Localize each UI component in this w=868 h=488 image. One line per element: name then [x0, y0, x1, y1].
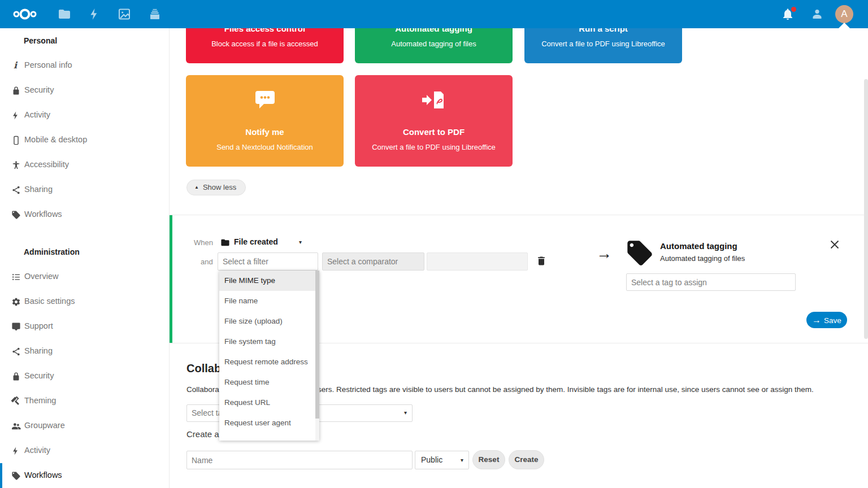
deck-icon[interactable]: [148, 7, 162, 21]
info-icon: i: [11, 61, 21, 71]
sidebar-item-workflows[interactable]: Workflows: [0, 202, 169, 227]
sidebar-item-label: Activity: [24, 110, 50, 119]
share-icon: [11, 347, 21, 356]
nextcloud-logo-icon[interactable]: [12, 7, 37, 21]
sidebar-item-support[interactable]: Support: [0, 314, 169, 339]
card-subtitle: Convert a file to PDF using Libreoffice: [355, 143, 513, 151]
sidebar-item-label: Accessibility: [24, 160, 69, 169]
photos-icon[interactable]: [118, 7, 131, 21]
when-label: When: [194, 238, 213, 247]
visibility-value: Public: [421, 455, 442, 464]
filter-option[interactable]: File name: [219, 291, 319, 311]
sidebar-item-mobile-desktop[interactable]: Mobile & desktop: [0, 128, 169, 152]
sidebar-item-label: Workflows: [24, 470, 62, 480]
sidebar-item-admin-sharing[interactable]: Sharing: [0, 339, 169, 364]
people-icon: [11, 421, 21, 431]
reset-button[interactable]: Reset: [472, 450, 505, 469]
filter-option[interactable]: File system tag: [219, 332, 319, 352]
dropdown-scrollbar[interactable]: [315, 271, 319, 441]
folder-icon: [220, 238, 230, 247]
avatar[interactable]: A: [835, 5, 853, 23]
sidebar-item-label: Overview: [24, 272, 58, 281]
lock-icon: [11, 372, 21, 381]
tag-icon: [11, 471, 21, 481]
sidebar-item-theming[interactable]: Theming: [0, 389, 169, 413]
page-scrollbar-thumb[interactable]: [864, 79, 868, 339]
activity-icon[interactable]: [88, 7, 102, 21]
sidebar-item-activity[interactable]: Activity: [0, 103, 169, 128]
card-title: Notify me: [186, 127, 344, 137]
notification-dot: [791, 7, 796, 12]
tag-assign-input[interactable]: [626, 273, 796, 291]
workflow-card-notify-me[interactable]: Notify me Send a Nextcloud Notification: [186, 75, 344, 167]
filter-option[interactable]: Request user agent: [219, 413, 319, 433]
filter-dropdown-menu: File MIME type File name File size (uplo…: [219, 271, 319, 441]
sidebar-item-label: Support: [24, 321, 53, 330]
settings-sidebar: Personal i Personal info Security Activi…: [0, 28, 170, 488]
sidebar-item-label: Sharing: [24, 185, 53, 194]
comparator-input[interactable]: [322, 252, 424, 271]
lightning-icon: [11, 111, 21, 120]
notify-chat-icon: [186, 89, 344, 118]
sidebar-item-admin-security[interactable]: Security: [0, 364, 169, 389]
list-icon: [11, 272, 21, 282]
chat-icon: [11, 322, 21, 332]
sidebar-item-admin-workflows[interactable]: Workflows: [0, 463, 169, 488]
tag-name-input[interactable]: [186, 451, 413, 469]
filter-option[interactable]: Request remote address: [219, 352, 319, 372]
sidebar-item-label: Groupware: [24, 421, 65, 430]
accessibility-icon: [11, 160, 21, 170]
card-subtitle: Automated tagging of files: [355, 40, 513, 48]
filter-option[interactable]: File size (upload): [219, 311, 319, 332]
pdf-convert-icon: [355, 89, 513, 118]
save-button[interactable]: →Save: [806, 312, 847, 328]
show-less-button[interactable]: ▲Show less: [186, 180, 246, 195]
main-content: Files access control Block access if a f…: [170, 28, 868, 488]
sidebar-item-groupware[interactable]: Groupware: [0, 413, 169, 438]
sidebar-item-label: Mobile & desktop: [24, 135, 87, 144]
files-icon[interactable]: [58, 7, 71, 21]
operation-title: Automated tagging: [660, 241, 737, 251]
gear-icon: [11, 297, 21, 307]
workflow-card-convert-to-pdf[interactable]: Convert to PDF Convert a file to PDF usi…: [355, 75, 513, 167]
sidebar-item-admin-activity[interactable]: Activity: [0, 438, 169, 463]
dropdown-scrollbar-thumb[interactable]: [315, 271, 319, 419]
sidebar-item-accessibility[interactable]: Accessibility: [0, 152, 169, 177]
filter-option[interactable]: File MIME type: [219, 271, 319, 291]
card-subtitle: Send a Nextcloud Notification: [186, 143, 344, 151]
sidebar-item-overview[interactable]: Overview: [0, 264, 169, 289]
close-icon[interactable]: [830, 240, 839, 249]
filter-option[interactable]: Request URL: [219, 393, 319, 413]
chevron-down-icon[interactable]: ▾: [299, 239, 302, 245]
tag-icon: [625, 238, 654, 268]
phone-icon: [11, 136, 21, 145]
arrow-right-icon: →: [596, 245, 612, 263]
sidebar-item-basic-settings[interactable]: Basic settings: [0, 289, 169, 314]
contacts-icon[interactable]: [810, 7, 824, 21]
filter-value-input[interactable]: [427, 252, 528, 271]
lock-icon: [11, 86, 21, 95]
lightning-icon: [11, 446, 21, 456]
sidebar-item-sharing[interactable]: Sharing: [0, 177, 169, 202]
chevron-down-icon: ▾: [404, 409, 407, 416]
event-select-value[interactable]: File created: [234, 237, 278, 246]
admin-section-heading: Administration: [24, 247, 80, 256]
filter-input[interactable]: [218, 252, 318, 271]
sidebar-item-personal-info[interactable]: i Personal info: [0, 53, 169, 78]
triangle-up-icon: ▲: [194, 185, 199, 190]
filter-option[interactable]: Request time: [219, 372, 319, 393]
active-app-caret: [839, 23, 850, 28]
sidebar-item-label: Security: [24, 371, 54, 380]
create-button[interactable]: Create: [509, 450, 544, 469]
paint-roller-icon: [11, 396, 21, 406]
tag-visibility-select[interactable]: Public ▾: [415, 451, 469, 469]
sidebar-item-label: Personal info: [24, 60, 72, 69]
and-label: and: [201, 258, 213, 266]
trash-icon[interactable]: [536, 255, 547, 267]
card-title: Convert to PDF: [355, 127, 513, 137]
sidebar-item-security[interactable]: Security: [0, 78, 169, 103]
sidebar-item-label: Activity: [24, 446, 50, 455]
sidebar-item-label: Theming: [24, 396, 56, 405]
card-subtitle: Block access if a file is accessed: [186, 40, 344, 48]
personal-section-heading: Personal: [24, 36, 57, 45]
